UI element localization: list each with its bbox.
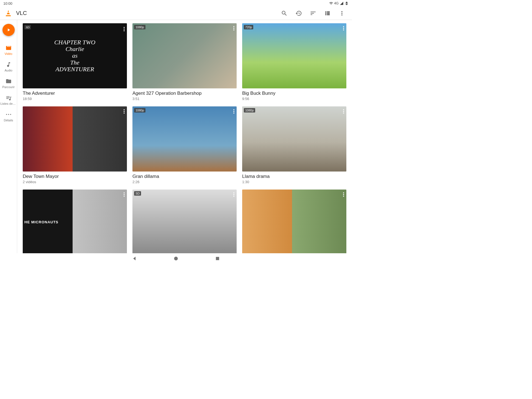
video-card[interactable]: Dew Town Mayor2 vidéos (23, 106, 127, 184)
video-card[interactable]: 1080pLlama drama1:30 (242, 106, 346, 184)
svg-point-14 (233, 112, 234, 114)
play-icon (6, 27, 11, 32)
app-bar: VLC (0, 7, 352, 20)
svg-point-2 (124, 30, 125, 31)
more-horiz-icon (6, 111, 12, 117)
nav-audio-label: Audio (1, 69, 17, 72)
status-time: 10:00 (3, 1, 12, 6)
back-button[interactable] (132, 256, 137, 261)
signal-icon (340, 1, 344, 5)
svg-rect-28 (216, 257, 219, 260)
svg-point-7 (343, 28, 344, 29)
video-card[interactable]: SD (132, 190, 237, 253)
video-subtitle: 2 vidéos (23, 180, 127, 184)
playlist-icon (6, 95, 12, 101)
recent-button[interactable] (215, 256, 220, 261)
card-more-icon[interactable] (342, 191, 345, 199)
nav-more-label: Détails (1, 119, 17, 122)
wifi-icon (329, 1, 333, 5)
svg-point-3 (233, 26, 234, 27)
video-grid-container: CHAPTER TWO Charlie as The ADVENTURERSDT… (17, 20, 352, 253)
resolution-badge: SD (24, 25, 31, 29)
card-more-icon[interactable] (232, 108, 236, 116)
video-thumbnail[interactable]: CHAPTER TWO Charlie as The ADVENTURERSD (23, 23, 127, 88)
svg-point-24 (343, 192, 344, 193)
nav-browse[interactable]: Parcourir (0, 78, 17, 89)
video-subtitle: 3:51 (132, 97, 237, 101)
more-vert-icon[interactable] (339, 10, 345, 17)
resolution-badge: 1080p (134, 108, 145, 112)
vlc-logo-icon (4, 9, 12, 17)
audio-icon (6, 62, 12, 68)
svg-point-0 (124, 27, 125, 28)
video-thumbnail[interactable]: HE MICRONAUTS (23, 190, 127, 253)
app-title: VLC (16, 10, 281, 16)
nav-playlists-label: Listes de l… (1, 102, 17, 105)
resolution-badge: 1080p (134, 25, 145, 29)
card-more-icon[interactable] (342, 108, 345, 116)
video-title: Agent 327 Operation Barbershop (132, 91, 237, 96)
nav-audio[interactable]: Audio (0, 62, 17, 72)
video-title: The Adventurer (23, 91, 127, 96)
card-more-icon[interactable] (122, 108, 126, 116)
card-more-icon[interactable] (232, 25, 236, 33)
history-icon[interactable] (295, 10, 302, 17)
toolbar-actions (281, 10, 347, 17)
nav-video-label: Vidéo (1, 52, 17, 55)
svg-point-4 (233, 28, 234, 29)
svg-point-26 (343, 196, 344, 197)
svg-point-15 (343, 109, 344, 110)
resolution-badge: 1080p (244, 108, 255, 112)
sidebar: Vidéo Audio Parcourir Listes de l… Détai… (0, 20, 17, 253)
card-more-icon[interactable] (342, 25, 345, 33)
video-icon (6, 45, 12, 51)
video-card[interactable]: 720pBig Buck Bunny9:56 (242, 23, 346, 101)
svg-point-1 (124, 29, 125, 30)
video-card[interactable] (242, 190, 346, 253)
svg-point-13 (233, 111, 234, 112)
status-right: 4G (329, 1, 349, 5)
view-list-icon[interactable] (324, 10, 331, 17)
video-thumbnail[interactable] (242, 190, 346, 253)
video-subtitle: 9:56 (242, 97, 346, 101)
svg-point-11 (124, 112, 125, 114)
video-title: Dew Town Mayor (23, 174, 127, 179)
svg-point-17 (343, 112, 344, 114)
card-more-icon[interactable] (232, 191, 236, 199)
svg-point-23 (233, 196, 234, 197)
video-title: Big Buck Bunny (242, 91, 346, 96)
status-bar: 10:00 4G (0, 0, 352, 7)
video-thumbnail[interactable]: 1080p (132, 106, 237, 172)
video-thumbnail[interactable]: 1080p (242, 106, 346, 172)
play-fab[interactable] (2, 24, 15, 36)
svg-point-25 (343, 194, 344, 195)
sort-icon[interactable] (310, 10, 316, 17)
video-thumbnail[interactable] (23, 106, 127, 172)
video-card[interactable]: HE MICRONAUTS (23, 190, 127, 253)
nav-more[interactable]: Détails (0, 111, 17, 122)
video-card[interactable]: 1080pAgent 327 Operation Barbershop3:51 (132, 23, 237, 101)
nav-playlists[interactable]: Listes de l… (0, 95, 17, 105)
svg-point-8 (343, 29, 344, 30)
nav-browse-label: Parcourir (1, 85, 17, 89)
svg-point-27 (174, 257, 178, 260)
video-subtitle: 2:26 (132, 180, 237, 184)
resolution-badge: SD (134, 191, 141, 196)
video-card[interactable]: CHAPTER TWO Charlie as The ADVENTURERSDT… (23, 23, 127, 101)
battery-icon (345, 1, 349, 5)
search-icon[interactable] (281, 10, 288, 17)
video-thumbnail[interactable]: SD (132, 190, 237, 253)
svg-point-9 (124, 109, 125, 110)
svg-point-5 (233, 29, 234, 30)
video-card[interactable]: 1080pGran dillama2:26 (132, 106, 237, 184)
home-button[interactable] (173, 256, 179, 261)
svg-point-20 (124, 196, 125, 197)
nav-video[interactable]: Vidéo (0, 45, 17, 55)
video-thumbnail[interactable]: 720p (242, 23, 346, 88)
svg-point-6 (343, 26, 344, 27)
network-label: 4G (334, 1, 339, 5)
video-subtitle: 1:30 (242, 180, 346, 184)
video-thumbnail[interactable]: 1080p (132, 23, 237, 88)
card-more-icon[interactable] (122, 25, 126, 34)
card-more-icon[interactable] (122, 191, 126, 199)
